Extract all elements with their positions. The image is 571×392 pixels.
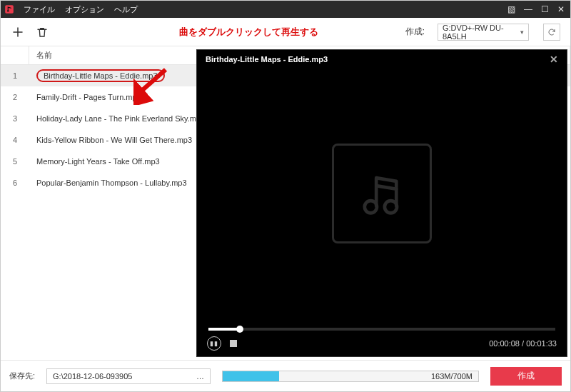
menu-options[interactable]: オプション (65, 4, 104, 15)
track-name: Popular-Benjamin Thompson - Lullaby.mp3 (29, 179, 187, 187)
track-name: Kids-Yellow Ribbon - We Will Get There.m… (29, 136, 192, 144)
instruction-text: 曲をダブルクリックして再生する (59, 26, 395, 39)
delete-button[interactable] (35, 25, 49, 39)
chevron-down-icon: ▾ (520, 29, 524, 36)
capacity-text: 163M/700M (431, 372, 473, 381)
track-index: 4 (1, 136, 29, 144)
refresh-button[interactable] (543, 24, 560, 41)
menu-bar: ファイル オプション ヘルプ ▧ ― ☐ ✕ (1, 1, 570, 18)
track-index: 2 (1, 93, 29, 101)
time-display: 00:00:08 / 00:01:33 (489, 339, 557, 348)
svg-rect-0 (5, 5, 14, 14)
seek-bar[interactable] (208, 328, 555, 331)
close-window-icon[interactable]: ✕ (557, 5, 565, 14)
create-button[interactable]: 作成 (490, 367, 562, 386)
close-icon[interactable]: ✕ (550, 54, 558, 65)
track-name: Holiday-Lady Lane - The Pink Everland Sk… (29, 114, 205, 123)
track-index: 1 (1, 71, 29, 80)
svg-point-3 (385, 201, 397, 213)
toolbar: 曲をダブルクリックして再生する 作成: G:DVD+-RW DU-8A5LH ▾ (1, 18, 570, 46)
track-index: 6 (1, 179, 29, 187)
save-to-label: 保存先: (9, 371, 35, 381)
skin-icon[interactable]: ▧ (507, 5, 515, 14)
maximize-icon[interactable]: ☐ (541, 5, 549, 14)
track-index: 3 (1, 114, 29, 123)
svg-point-1 (7, 10, 9, 11)
save-path-value: G:\2018-12-06-093905 (53, 372, 132, 381)
track-name: Family-Drift - Pages Turn.mp3 (29, 93, 141, 101)
create-label: 作成: (405, 26, 425, 38)
save-path-field[interactable]: G:\2018-12-06-093905 … (46, 368, 211, 384)
stop-button[interactable] (230, 340, 237, 347)
track-name: Memory-Light Years - Take Off.mp3 (29, 157, 160, 166)
add-button[interactable] (11, 25, 25, 39)
menu-file[interactable]: ファイル (24, 4, 55, 15)
svg-point-2 (365, 201, 377, 213)
music-note-icon (332, 144, 432, 243)
minimize-icon[interactable]: ― (524, 5, 532, 14)
player-visual (197, 69, 567, 318)
drive-select[interactable]: G:DVD+-RW DU-8A5LH ▾ (438, 24, 529, 41)
player-title: Birthday-Little Maps - Eddie.mp3 (206, 55, 328, 64)
drive-select-value: G:DVD+-RW DU-8A5LH (443, 24, 520, 41)
menu-help[interactable]: ヘルプ (114, 4, 138, 15)
pause-button[interactable]: ▮▮ (207, 336, 221, 351)
capacity-gauge: 163M/700M (222, 371, 479, 382)
track-index: 5 (1, 157, 29, 166)
app-logo (1, 1, 18, 18)
track-name: Birthday-Little Maps - Eddie.mp3 (36, 69, 165, 82)
player-panel: Birthday-Little Maps - Eddie.mp3 ✕ ▮▮ (196, 49, 567, 357)
main-area: 名前 1 Birthday-Little Maps - Eddie.mp3 2 … (1, 46, 570, 360)
bottom-bar: 保存先: G:\2018-12-06-093905 … 163M/700M 作成 (1, 360, 570, 391)
browse-icon[interactable]: … (196, 372, 204, 381)
